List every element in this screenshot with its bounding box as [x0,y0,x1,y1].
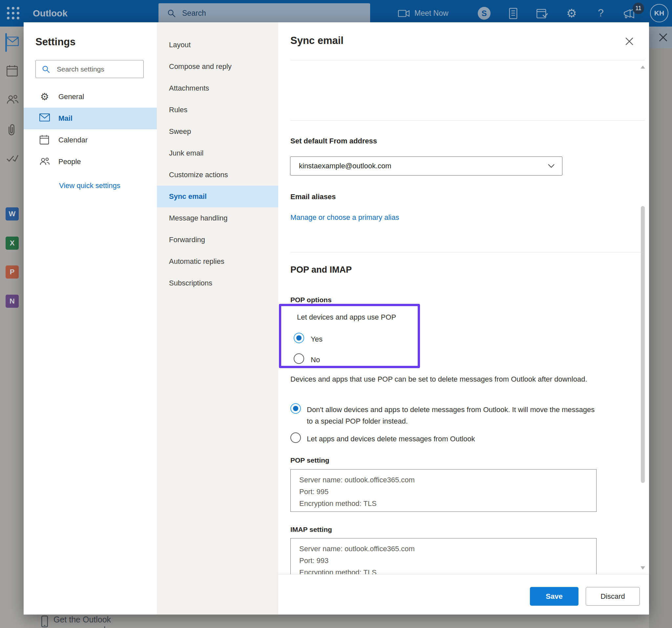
banner-close-icon[interactable] [658,32,668,42]
chevron-down-icon [548,164,555,168]
allow-delete-radio[interactable] [290,432,301,443]
excel-app-icon[interactable]: X [6,237,19,250]
account-avatar[interactable]: KH [650,4,668,22]
pop-imap-heading: POP and IMAP [290,265,352,275]
dimmed-background-bottom: Get the Outlook app on your phone [24,614,649,628]
edge-banner-remnant [649,27,672,48]
dont-allow-delete-radio[interactable] [290,403,301,414]
nav-item-message-handling[interactable]: Message handling [157,208,278,229]
word-app-icon[interactable]: W [6,208,19,220]
scroll-down-icon[interactable] [640,565,645,569]
view-quick-settings-link[interactable]: View quick settings [59,182,120,190]
phone-icon [41,615,48,628]
screen: Outlook Meet Now S ⚙ ? 11 KH [0,0,672,628]
nav-item-compose-and-reply[interactable]: Compose and reply [157,56,278,77]
divider [290,120,645,121]
vertical-scrollbar[interactable] [641,206,645,483]
pop-setting-label: POP setting [290,456,330,464]
settings-category-panel: Settings ⚙ General Mail [24,22,157,614]
pop-no-radio[interactable] [294,353,304,364]
settings-nav-calendar[interactable]: Calendar [24,129,157,151]
scroll-up-icon[interactable] [640,64,645,68]
nav-item-layout[interactable]: Layout [157,34,278,56]
dimmed-background-right [649,27,672,628]
discard-button[interactable]: Discard [586,587,640,606]
pop-setting-box: Server name: outlook.office365.com Port:… [290,469,597,512]
nav-item-forwarding[interactable]: Forwarding [157,229,278,251]
nav-item-attachments[interactable]: Attachments [157,77,278,99]
sync-email-pane: Sync email Set default From address kins… [278,22,649,614]
default-from-value: kinstaexample@outlook.com [299,157,391,175]
dont-allow-delete-label[interactable]: Don't allow devices and apps to delete m… [307,404,600,427]
imap-port: Port: 993 [299,555,596,566]
phone-promo-line2: app on your phone [53,625,122,628]
close-icon[interactable] [622,34,637,49]
dialog-footer: Save Discard [278,574,649,614]
divider [290,252,645,252]
topbar-search-input[interactable] [182,3,359,23]
calendar-icon[interactable] [6,65,19,77]
calendar-icon [39,135,50,145]
pop-no-label[interactable]: No [311,354,320,365]
nav-item-sweep[interactable]: Sweep [157,121,278,142]
settings-search-box[interactable] [35,60,144,78]
onenote-app-icon[interactable]: N [6,295,19,308]
nav-item-sync-email[interactable]: Sync email [157,186,278,208]
settings-nav-people[interactable]: People [24,151,157,173]
manage-alias-link[interactable]: Manage or choose a primary alias [290,213,399,222]
allow-delete-label[interactable]: Let apps and devices delete messages fro… [307,433,600,444]
mail-settings-nav: Layout Compose and reply Attachments Rul… [157,22,278,614]
default-from-select[interactable]: kinstaexample@outlook.com [290,156,562,175]
save-button[interactable]: Save [530,587,578,606]
mail-icon [39,113,50,124]
imap-setting-label: IMAP setting [290,526,332,533]
imap-server: Server name: outlook.office365.com [299,543,596,555]
pop-toggle-label: Let devices and apps use POP [297,313,396,321]
phone-promo-line1: Get the Outlook [53,615,111,624]
topbar-search-box[interactable] [159,3,370,23]
search-icon [42,65,50,73]
attachments-paperclip-icon[interactable] [6,123,19,136]
pop-delete-description: Devices and apps that use POP can be set… [290,373,596,385]
todo-check-icon[interactable] [6,153,19,166]
pop-yes-radio[interactable] [294,333,304,343]
settings-search-input[interactable] [56,61,140,78]
settings-nav-general[interactable]: ⚙ General [24,86,157,107]
skype-icon[interactable]: S [478,7,490,20]
left-app-rail: W X P N [0,27,24,628]
notification-count-badge: 11 [633,3,644,14]
settings-dialog: Settings ⚙ General Mail [24,22,649,614]
default-from-label: Set default From address [290,137,377,145]
nav-item-customize-actions[interactable]: Customize actions [157,164,278,186]
powerpoint-app-icon[interactable]: P [6,265,19,279]
pop-options-label: POP options [290,296,332,304]
settings-nav-mail[interactable]: Mail [24,107,157,129]
nav-item-junk-email[interactable]: Junk email [157,142,278,164]
nav-item-rules[interactable]: Rules [157,99,278,121]
people-icon[interactable] [6,94,19,106]
gear-icon: ⚙ [39,92,50,102]
divider [290,60,645,61]
app-launcher-waffle-icon[interactable] [6,6,21,21]
pop-encryption: Encryption method: TLS [299,498,596,510]
nav-item-automatic-replies[interactable]: Automatic replies [157,251,278,272]
email-aliases-label: Email aliases [290,193,336,201]
nav-item-subscriptions[interactable]: Subscriptions [157,272,278,294]
mail-icon[interactable] [6,37,19,49]
pop-yes-label[interactable]: Yes [311,333,322,345]
people-icon [39,156,50,167]
pane-title: Sync email [290,35,343,47]
settings-title: Settings [35,36,75,48]
search-icon [167,9,176,18]
pop-port: Port: 995 [299,486,596,498]
pop-server: Server name: outlook.office365.com [299,474,596,486]
